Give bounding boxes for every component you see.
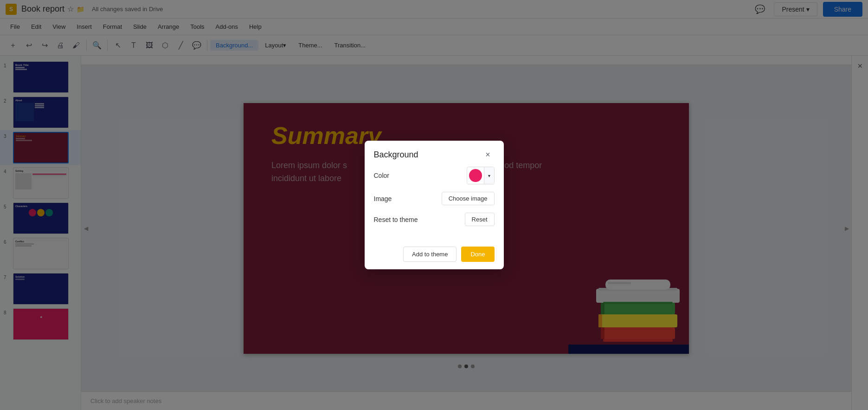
modal-overlay[interactable]: Background × Color ▾ Image Choose image — [0, 0, 868, 410]
background-modal: Background × Color ▾ Image Choose image — [365, 141, 504, 269]
reset-to-theme-row: Reset to theme Reset — [374, 213, 495, 226]
color-dropdown-arrow-icon[interactable]: ▾ — [484, 167, 494, 184]
modal-title: Background — [374, 150, 418, 160]
done-button[interactable]: Done — [461, 247, 494, 262]
modal-header: Background × — [365, 141, 504, 167]
main-area: 1 Book Title 2 About — [0, 56, 868, 410]
color-swatch — [469, 169, 482, 182]
color-picker-button[interactable]: ▾ — [467, 167, 495, 184]
image-row: Image Choose image — [374, 192, 495, 205]
reset-to-theme-label: Reset to theme — [374, 216, 418, 223]
add-to-theme-button[interactable]: Add to theme — [403, 247, 457, 262]
choose-image-button[interactable]: Choose image — [442, 192, 495, 205]
modal-body: Color ▾ Image Choose image Reset to them… — [365, 167, 504, 243]
color-row: Color ▾ — [374, 167, 495, 184]
reset-button[interactable]: Reset — [465, 213, 495, 226]
modal-close-button[interactable]: × — [482, 148, 495, 161]
modal-footer: Add to theme Done — [365, 243, 504, 269]
color-label: Color — [374, 172, 389, 179]
image-label: Image — [374, 195, 392, 202]
